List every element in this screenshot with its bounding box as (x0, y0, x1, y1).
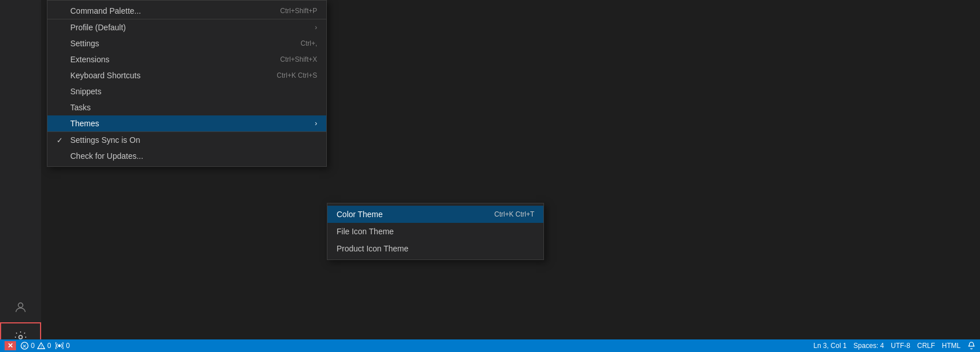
submenu-item-color-theme[interactable]: Color Theme Ctrl+K Ctrl+T (327, 206, 543, 223)
menu-label-snippets: Snippets (70, 87, 101, 96)
svg-point-1 (19, 335, 22, 339)
menu-item-keyboard-shortcuts[interactable]: Keyboard Shortcuts Ctrl+K Ctrl+S (47, 67, 326, 83)
warning-icon: ! (37, 342, 45, 350)
status-x-button[interactable]: ✕ (5, 341, 16, 350)
status-right: Ln 3, Col 1 Spaces: 4 UTF-8 CRLF HTML (814, 342, 975, 350)
submenu-item-file-icon-theme[interactable]: File Icon Theme (327, 223, 543, 240)
error-icon: ✕ (21, 342, 29, 350)
menu-item-settings[interactable]: Settings Ctrl+, (47, 35, 326, 51)
submenu-shortcut-color-theme: Ctrl+K Ctrl+T (494, 210, 534, 218)
themes-submenu: Color Theme Ctrl+K Ctrl+T File Icon Them… (327, 203, 544, 260)
menu-item-snippets[interactable]: Snippets (47, 83, 326, 99)
submenu-label-file-icon-theme: File Icon Theme (337, 227, 394, 236)
sidebar (0, 0, 41, 352)
shortcut-extensions: Ctrl+Shift+X (280, 55, 317, 63)
menu-item-extensions[interactable]: Extensions Ctrl+Shift+X (47, 51, 326, 67)
menu-item-tasks[interactable]: Tasks (47, 99, 326, 115)
checkmark-icon: ✓ (57, 136, 66, 145)
bell-svg (967, 342, 975, 350)
status-encoding[interactable]: UTF-8 (891, 342, 910, 350)
menu-label-themes: Themes (70, 119, 99, 128)
arrow-icon: › (315, 23, 317, 31)
menu-item-command-palette[interactable]: Command Palette... Ctrl+Shift+P (47, 3, 326, 19)
arrow-icon-themes: › (315, 119, 317, 127)
menu-label-settings-sync: Settings Sync is On (70, 135, 140, 145)
status-line-ending[interactable]: CRLF (917, 342, 935, 350)
status-ln-col[interactable]: Ln 3, Col 1 (814, 342, 847, 350)
menu-label-extensions: Extensions (70, 55, 109, 64)
menu-label-command-palette: Command Palette... (70, 6, 141, 15)
status-left: ✕ ✕ 0 ! 0 0 (5, 341, 70, 350)
menu-item-themes[interactable]: Themes › (47, 115, 326, 131)
account-icon[interactable] (0, 293, 41, 322)
menu-label-tasks: Tasks (70, 103, 91, 112)
status-errors[interactable]: ✕ 0 ! 0 (21, 342, 51, 350)
submenu-item-product-icon-theme[interactable]: Product Icon Theme (327, 240, 543, 257)
status-bar: ✕ ✕ 0 ! 0 0 Ln 3, Col 1 Spaces: 4 UTF-8 (0, 339, 980, 352)
menu-label-settings: Settings (70, 39, 99, 48)
shortcut-settings: Ctrl+, (301, 39, 317, 47)
status-language[interactable]: HTML (942, 342, 961, 350)
warning-count: 0 (47, 342, 51, 350)
menu-item-settings-sync[interactable]: ✓ Settings Sync is On (47, 131, 326, 148)
submenu-label-product-icon-theme: Product Icon Theme (337, 244, 409, 253)
svg-point-0 (18, 303, 23, 307)
menu-item-check-updates[interactable]: Check for Updates... (47, 148, 326, 164)
svg-text:✕: ✕ (22, 343, 27, 349)
menu-label-check-updates: Check for Updates... (70, 151, 143, 161)
status-spaces[interactable]: Spaces: 4 (854, 342, 884, 350)
menu-label-profile: Profile (Default) (70, 23, 126, 32)
bell-icon[interactable] (967, 342, 975, 350)
svg-point-5 (59, 345, 61, 347)
context-menu: Command Palette... Ctrl+Shift+P Profile … (47, 0, 327, 167)
broadcast-count: 0 (66, 342, 70, 350)
broadcast-icon (55, 342, 63, 350)
menu-label-keyboard-shortcuts: Keyboard Shortcuts (70, 71, 141, 80)
shortcut-command-palette: Ctrl+Shift+P (280, 7, 317, 15)
menu-item-profile[interactable]: Profile (Default) › (47, 19, 326, 35)
error-count: 0 (31, 342, 35, 350)
submenu-label-color-theme: Color Theme (337, 210, 383, 219)
status-broadcast[interactable]: 0 (55, 342, 70, 350)
shortcut-keyboard-shortcuts: Ctrl+K Ctrl+S (277, 71, 317, 79)
svg-text:!: ! (41, 344, 42, 349)
